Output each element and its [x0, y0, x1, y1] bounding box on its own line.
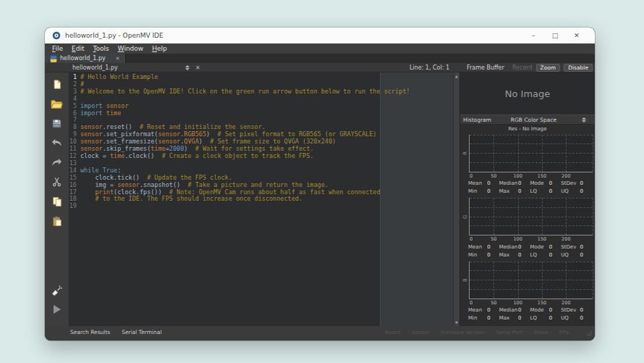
stat-mean: Mean0 — [468, 307, 499, 313]
save-floppy-icon — [52, 119, 62, 128]
maximize-button[interactable]: □ — [544, 32, 566, 39]
copy-icon — [52, 196, 62, 207]
statusbar-tab-search-results[interactable]: Search Results — [70, 329, 110, 335]
close-button[interactable]: ✕ — [566, 32, 588, 39]
histogram-charts: R050100150200Mean0Median0Mode0StDev0Min0… — [460, 133, 595, 326]
stat-lq: LQ0 — [530, 252, 562, 258]
run-play-icon — [54, 305, 61, 314]
x-axis-ticks: 050100150200 — [470, 236, 593, 243]
tab-helloworld[interactable]: helloworld_1.py ✕ — [45, 54, 126, 63]
y-axis-label: R — [462, 135, 469, 172]
editor-scrollbar[interactable]: ▲ ▼ — [453, 72, 459, 326]
stat-stdev: StDev0 — [561, 180, 592, 186]
stat-mean: Mean0 — [468, 180, 499, 186]
openmv-ide-window: helloworld_1.py - OpenMV IDE – □ ✕ FileE… — [45, 28, 595, 341]
window-title: helloworld_1.py - OpenMV IDE — [65, 32, 164, 39]
file-dropdown-spinner-icon[interactable] — [185, 65, 190, 70]
histogram-title: Histogram — [463, 117, 491, 123]
stat-min: Min0 — [468, 188, 499, 194]
undo-icon — [51, 138, 62, 147]
resize-grip[interactable] — [586, 330, 593, 337]
scroll-up-icon[interactable]: ▲ — [455, 74, 458, 78]
menu-item-tools[interactable]: Tools — [89, 45, 114, 52]
redo-icon — [51, 158, 62, 167]
x-axis-ticks: 050100150200 — [470, 300, 593, 306]
menu-item-edit[interactable]: Edit — [67, 45, 88, 52]
tab-close-icon[interactable]: ✕ — [116, 56, 120, 62]
save-button[interactable] — [48, 114, 66, 132]
frame-buffer-view: No Image — [460, 72, 595, 114]
status-firmware-version: Firmware Version: — [441, 330, 486, 335]
line-number: 19 — [69, 203, 80, 210]
minimize-button[interactable]: – — [522, 32, 544, 39]
histogram-chart-G: G050100150200Mean0Median0Mode0StDev0Min0… — [460, 198, 595, 259]
status-serial-port: Serial Port: — [496, 330, 524, 335]
menu-item-help[interactable]: Help — [148, 45, 171, 52]
code-editor[interactable]: 1# Hello World Example2#3# Welcome to th… — [69, 72, 453, 326]
copy-button[interactable] — [48, 193, 66, 210]
x-axis-ticks: 050100150200 — [470, 173, 593, 180]
title-bar[interactable]: helloworld_1.py - OpenMV IDE – □ ✕ — [45, 28, 595, 43]
frame-buffer-panel: No Image Histogram RGB Color Space Res -… — [459, 72, 595, 326]
color-space-spinner-icon[interactable] — [582, 117, 586, 122]
zoom-button[interactable]: Zoom — [536, 64, 561, 72]
stat-max: Max0 — [499, 315, 530, 321]
stat-mode: Mode0 — [530, 180, 562, 186]
frame-buffer-title: Frame Buffer — [467, 64, 504, 71]
left-toolbar — [45, 72, 69, 326]
status-drive: Drive: — [534, 330, 549, 335]
code-line: 1# Hello World Example — [69, 74, 453, 81]
color-space-dropdown[interactable]: RGB Color Space — [491, 117, 576, 123]
close-file-icon[interactable]: ✕ — [195, 64, 200, 71]
cut-scissors-icon — [52, 177, 62, 187]
stat-min: Min0 — [468, 315, 499, 321]
stat-median: Median0 — [499, 307, 530, 313]
stat-mode: Mode0 — [530, 307, 562, 313]
plot-area — [469, 198, 593, 235]
resolution-label: Res - No Image — [460, 125, 595, 133]
status-fps: FPS: — [559, 330, 570, 335]
code-line: 18 # to the IDE. The FPS should increase… — [69, 196, 453, 203]
code-line: 13 — [69, 160, 453, 167]
stat-uq: UQ0 — [561, 252, 592, 258]
stat-max: Max0 — [499, 252, 530, 258]
menu-item-window[interactable]: Window — [114, 45, 148, 52]
open-folder-icon — [51, 99, 63, 109]
stat-median: Median0 — [499, 180, 530, 186]
redo-button[interactable] — [48, 154, 66, 171]
document-toolbar: helloworld_1.py ✕ Line: 1, Col: 1 Frame … — [45, 63, 595, 72]
stat-stdev: StDev0 — [561, 307, 592, 313]
tab-bar: helloworld_1.py ✕ — [45, 54, 595, 63]
python-file-icon — [50, 55, 57, 62]
stat-uq: UQ0 — [561, 315, 592, 321]
open-file-button[interactable] — [48, 95, 66, 112]
open-file-dropdown[interactable]: helloworld_1.py — [72, 64, 179, 71]
stat-mode: Mode0 — [530, 244, 562, 250]
histogram-chart-R: R050100150200Mean0Median0Mode0StDev0Min0… — [460, 135, 595, 196]
plot-area — [469, 262, 593, 299]
code-line: 3# Welcome to the OpenMV IDE! Click on t… — [69, 88, 453, 96]
new-file-button[interactable] — [48, 75, 66, 93]
status-board: Board: — [385, 330, 402, 335]
connect-button[interactable] — [48, 281, 66, 299]
status-sensor: Sensor: — [412, 330, 431, 335]
disable-button[interactable]: Disable — [564, 64, 593, 72]
code-line: 5import sensor — [69, 103, 453, 110]
start-script-button[interactable] — [48, 301, 66, 318]
stat-lq: LQ0 — [530, 188, 562, 194]
connect-plug-icon — [51, 284, 63, 296]
menu-item-file[interactable]: File — [48, 45, 67, 52]
undo-button[interactable] — [48, 134, 66, 151]
paste-clipboard-icon — [52, 216, 62, 227]
menubar: FileEditToolsWindowHelp — [45, 43, 595, 54]
scroll-down-icon[interactable]: ▼ — [455, 320, 458, 325]
stat-lq: LQ0 — [530, 315, 562, 321]
stat-uq: UQ0 — [561, 188, 592, 194]
histogram-stats: Mean0Median0Mode0StDev0Min0Max0LQ0UQ0 — [468, 180, 592, 196]
record-button[interactable]: Record — [512, 64, 533, 71]
statusbar-tab-serial-terminal[interactable]: Serial Terminal — [122, 329, 161, 335]
paste-button[interactable] — [48, 212, 66, 230]
new-file-icon — [52, 79, 62, 90]
cut-button[interactable] — [48, 173, 66, 191]
stat-mean: Mean0 — [468, 244, 499, 250]
